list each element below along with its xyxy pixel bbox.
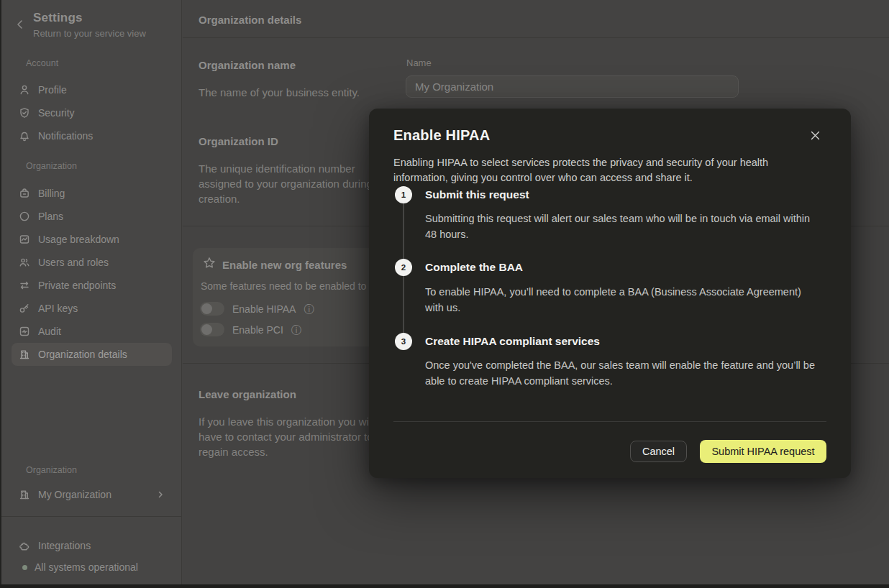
sidebar-divider: [1, 516, 181, 517]
sidebar-item-plans[interactable]: Plans: [12, 205, 172, 228]
usage-chart-icon: [19, 234, 30, 245]
modal-title: Enable HIPAA: [393, 127, 490, 144]
circle-icon: [19, 211, 30, 222]
sidebar-item-label: Plans: [38, 211, 63, 222]
sidebar-item-label: Billing: [38, 188, 65, 199]
enable-pci-row: Enable PCI ⓘ: [200, 323, 301, 336]
building-icon: [19, 349, 30, 360]
info-icon[interactable]: ⓘ: [291, 325, 301, 335]
key-icon: [19, 303, 30, 314]
step-3-body: Once you've completed the BAA, our sales…: [425, 358, 846, 389]
section-label-org-switcher: Organization: [26, 465, 77, 475]
sidebar-item-label: Organization details: [38, 349, 127, 360]
sidebar-item-usage-breakdown[interactable]: Usage breakdown: [12, 228, 172, 251]
sidebar-title: Settings: [33, 11, 83, 25]
sidebar-item-label: Security: [38, 107, 75, 119]
sidebar-item-label: Audit: [38, 326, 61, 337]
step-2-body: To enable HIPAA, you’ll need to complete…: [425, 285, 846, 316]
toggle-knob: [201, 324, 212, 335]
enable-pci-toggle[interactable]: [200, 323, 224, 336]
back-chevron-icon[interactable]: [14, 19, 26, 30]
swap-arrows-icon: [19, 280, 30, 291]
org-id-description: The unique identification number assigne…: [199, 161, 386, 206]
sidebar-item-label: Notifications: [38, 130, 93, 142]
name-field-label: Name: [406, 58, 432, 68]
sidebar-item-audit[interactable]: Audit: [12, 320, 172, 343]
sidebar-item-label: Users and roles: [38, 257, 109, 268]
step-3-title: Create HIPAA compliant services: [425, 335, 600, 348]
sidebar-item-my-organization[interactable]: My Organization: [12, 483, 172, 506]
window-bottom-edge: [0, 584, 889, 588]
billing-bag-icon: [19, 188, 30, 199]
system-status[interactable]: All systems operational: [12, 556, 172, 579]
sidebar-item-private-endpoints[interactable]: Private endpoints: [12, 274, 172, 297]
org-name-description: The name of your business entity.: [199, 85, 360, 100]
org-name-input[interactable]: [406, 75, 739, 98]
org-id-heading: Organization ID: [199, 135, 278, 147]
sidebar-item-label: My Organization: [38, 489, 111, 500]
users-icon: [19, 257, 30, 268]
user-icon: [19, 84, 30, 96]
enable-hipaa-modal: Enable HIPAA Enabling HIPAA to select se…: [369, 109, 851, 478]
status-dot-icon: [22, 565, 27, 570]
close-icon[interactable]: [806, 126, 824, 144]
building-icon: [19, 489, 30, 500]
toggle-knob: [201, 303, 212, 314]
leave-org-heading: Leave organization: [199, 388, 296, 400]
sidebar-item-billing[interactable]: Billing: [12, 182, 172, 205]
sidebar-item-profile[interactable]: Profile: [12, 78, 172, 101]
step-3-badge: 3: [395, 333, 412, 350]
features-card-title: Enable new org features: [222, 259, 347, 271]
section-label-organization: Organization: [26, 161, 77, 171]
header-divider: [183, 37, 889, 38]
info-icon[interactable]: ⓘ: [304, 304, 314, 314]
cancel-button[interactable]: Cancel: [630, 441, 687, 462]
sidebar-item-label: Private endpoints: [38, 280, 116, 291]
step-2-badge: 2: [395, 259, 412, 276]
shield-check-icon: [19, 107, 30, 119]
status-label: All systems operational: [35, 561, 138, 573]
sidebar-item-label: Usage breakdown: [38, 234, 119, 245]
org-name-heading: Organization name: [199, 59, 296, 71]
star-icon: [203, 257, 216, 272]
enable-hipaa-row: Enable HIPAA ⓘ: [200, 302, 314, 316]
step-2-title: Complete the BAA: [425, 261, 523, 274]
section-label-account: Account: [26, 58, 58, 68]
sidebar-item-label: Profile: [38, 84, 67, 96]
step-1-title: Submit this request: [425, 188, 529, 201]
sidebar-item-security[interactable]: Security: [12, 101, 172, 124]
chevron-right-icon: [156, 490, 165, 499]
enable-hipaa-toggle[interactable]: [200, 302, 224, 316]
toggle-label: Enable PCI: [232, 324, 283, 336]
sidebar-item-api-keys[interactable]: API keys: [12, 297, 172, 320]
puzzle-icon: [19, 540, 30, 551]
sidebar-item-integrations[interactable]: Integrations: [12, 534, 172, 557]
page-title: Organization details: [199, 14, 301, 26]
bell-icon: [19, 130, 30, 142]
modal-description: Enabling HIPAA to select services protec…: [393, 155, 825, 185]
sidebar-item-organization-details[interactable]: Organization details: [12, 343, 172, 366]
audit-pulse-icon: [19, 326, 30, 337]
toggle-label: Enable HIPAA: [232, 303, 296, 315]
sidebar-subtitle: Return to your service view: [33, 28, 146, 39]
submit-hipaa-request-button[interactable]: Submit HIPAA request: [700, 440, 826, 463]
settings-sidebar: Settings Return to your service view Acc…: [1, 0, 182, 584]
sidebar-item-label: API keys: [38, 303, 78, 314]
step-1-body: Submitting this request will alert our s…: [425, 211, 846, 242]
step-1-badge: 1: [395, 186, 412, 203]
sidebar-item-notifications[interactable]: Notifications: [12, 124, 172, 147]
sidebar-item-users-and-roles[interactable]: Users and roles: [12, 251, 172, 274]
sidebar-item-label: Integrations: [38, 540, 91, 551]
modal-footer-divider: [393, 421, 826, 422]
